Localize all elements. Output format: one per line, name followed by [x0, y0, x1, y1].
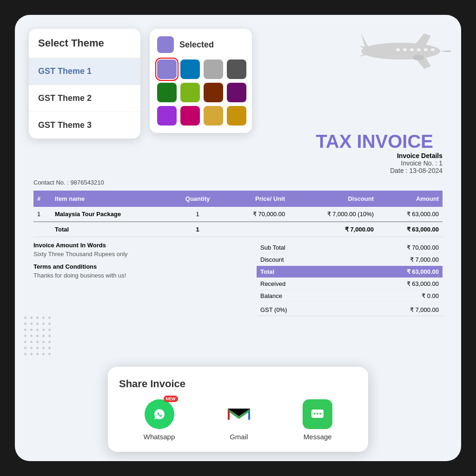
subtotal-row: Sub Total ₹ 70,000.00: [257, 242, 443, 254]
row-item: Malaysia Tour Package: [51, 207, 172, 222]
summary-right: Sub Total ₹ 70,000.00 Discount ₹ 7,000.0…: [257, 242, 443, 302]
whatsapp-label: Whatsapp: [144, 433, 175, 441]
col-num: #: [33, 191, 51, 207]
summary-section: Invoice Amount In Words Sixty Three Thou…: [33, 242, 443, 302]
invoice-table: # Item name Quantity Price/ Unit Discoun…: [33, 191, 443, 237]
subtotal-label: Sub Total: [260, 244, 285, 251]
svg-point-12: [314, 413, 316, 415]
col-discount: Discount: [289, 191, 377, 207]
table-header-row: # Item name Quantity Price/ Unit Discoun…: [33, 191, 443, 207]
col-qty: Quantity: [172, 191, 224, 207]
received-label: Received: [260, 280, 285, 287]
col-price: Price/ Unit: [224, 191, 289, 207]
color-swatch-lime[interactable]: [180, 83, 200, 102]
gmail-icon-container: [224, 399, 254, 429]
color-picker-panel: Selected: [150, 29, 252, 133]
color-grid: [157, 60, 245, 126]
share-whatsapp[interactable]: NEW Whatsapp: [144, 399, 175, 441]
color-swatch-pink[interactable]: [180, 106, 200, 126]
terms-text: Thanks for doing business with us!: [33, 272, 257, 279]
selected-color-swatch: [157, 36, 174, 53]
balance-label: Balance: [260, 292, 282, 299]
gst-bottom-row: GST (0%) ₹ 7,000.00: [33, 304, 443, 316]
color-swatch-lightgray[interactable]: [204, 60, 223, 79]
whatsapp-icon-container: NEW: [145, 399, 174, 429]
svg-point-7: [413, 55, 424, 60]
received-row: Received ₹ 63,000.00: [257, 278, 443, 290]
subtotal-value: ₹ 70,000.00: [407, 244, 439, 251]
col-item: Item name: [51, 191, 172, 207]
color-swatch-gold[interactable]: [204, 106, 223, 126]
table-row: 1 Malaysia Tour Package 1 ₹ 70,000.00 ₹ …: [33, 207, 443, 222]
share-modal: Share Invoice NEW Whatsapp: [108, 367, 368, 452]
discount-value: ₹ 7,000.00: [410, 256, 439, 263]
share-modal-title: Share Invoice: [119, 378, 357, 390]
color-swatch-magenta[interactable]: [227, 83, 246, 102]
svg-point-13: [317, 413, 318, 415]
selected-label: Selected: [179, 40, 214, 50]
theme-item-2[interactable]: GST Theme 2: [29, 85, 140, 112]
col-amount: Amount: [377, 191, 443, 207]
new-badge: NEW: [164, 396, 178, 402]
total-empty2: [224, 222, 289, 237]
svg-rect-2: [403, 48, 407, 51]
color-swatch-blue[interactable]: [180, 60, 200, 79]
plane-icon: [350, 24, 452, 77]
whatsapp-icon: [145, 399, 174, 429]
total-amount: ₹ 63,000.00: [377, 222, 443, 237]
discount-row: Discount ₹ 7,000.00: [257, 254, 443, 266]
total-empty: [33, 222, 51, 237]
terms-label: Terms and Conditions: [33, 263, 257, 270]
total-highlight-label: Total: [260, 268, 274, 275]
table-total-row: Total 1 ₹ 7,000.00 ₹ 63,000.00: [33, 222, 443, 237]
gst-row: GST (0%) ₹ 7,000.00: [257, 304, 443, 316]
row-qty: 1: [172, 207, 224, 222]
invoice-number: Invoice No. : 1: [24, 159, 443, 167]
svg-rect-1: [396, 48, 400, 51]
gst-value: ₹ 7,000.00: [410, 306, 439, 313]
svg-rect-3: [410, 48, 414, 51]
svg-point-14: [319, 413, 321, 415]
amount-in-words: Sixty Three Thousand Rupees only: [33, 251, 257, 258]
total-discount: ₹ 7,000.00: [289, 222, 377, 237]
svg-point-0: [361, 43, 440, 60]
svg-rect-5: [424, 48, 428, 51]
balance-value: ₹ 0.00: [422, 292, 439, 299]
svg-rect-6: [431, 48, 435, 51]
share-gmail[interactable]: Gmail: [224, 399, 254, 441]
row-discount: ₹ 7,000.00 (10%): [289, 207, 377, 222]
summary-left: Invoice Amount In Words Sixty Three Thou…: [33, 242, 257, 302]
dots-pattern: [24, 317, 51, 359]
message-label: Message: [304, 433, 332, 441]
amount-in-words-label: Invoice Amount In Words: [33, 242, 257, 249]
main-container: Select Theme GST Theme 1 GST Theme 2 GST…: [15, 15, 461, 461]
message-icon: [303, 399, 332, 429]
share-message[interactable]: Message: [303, 399, 332, 441]
row-amount: ₹ 63,000.00: [377, 207, 443, 222]
theme-selector-title: Select Theme: [29, 29, 140, 58]
invoice-date: Date : 13-08-2024: [24, 167, 443, 174]
contact-number: Contact No. : 9876543210: [33, 179, 104, 186]
color-swatch-brown[interactable]: [204, 83, 223, 102]
color-swatch-green[interactable]: [157, 83, 177, 102]
color-swatch-darkgray[interactable]: [227, 60, 246, 79]
message-icon-container: [303, 399, 332, 429]
color-swatch-amber[interactable]: [227, 106, 246, 126]
color-swatch-purple[interactable]: [157, 60, 177, 79]
row-num: 1: [33, 207, 51, 222]
total-highlight-value: ₹ 63,000.00: [407, 268, 439, 275]
share-options: NEW Whatsapp: [119, 399, 357, 441]
theme-item-3[interactable]: GST Theme 3: [29, 112, 140, 139]
gmail-label: Gmail: [230, 433, 248, 441]
total-label: Total: [51, 222, 172, 237]
color-picker-header: Selected: [157, 36, 245, 53]
invoice-details-label: Invoice Details: [24, 152, 443, 159]
gst-label: GST (0%): [260, 306, 287, 313]
contact-area: Contact No. : 9876543210: [24, 179, 452, 186]
balance-row: Balance ₹ 0.00: [257, 290, 443, 302]
color-swatch-violet[interactable]: [157, 106, 177, 126]
invoice-details-section: Invoice Details Invoice No. : 1 Date : 1…: [24, 152, 452, 174]
total-highlight-row: Total ₹ 63,000.00: [257, 266, 443, 278]
received-value: ₹ 63,000.00: [407, 280, 439, 287]
theme-item-1[interactable]: GST Theme 1: [29, 58, 140, 85]
